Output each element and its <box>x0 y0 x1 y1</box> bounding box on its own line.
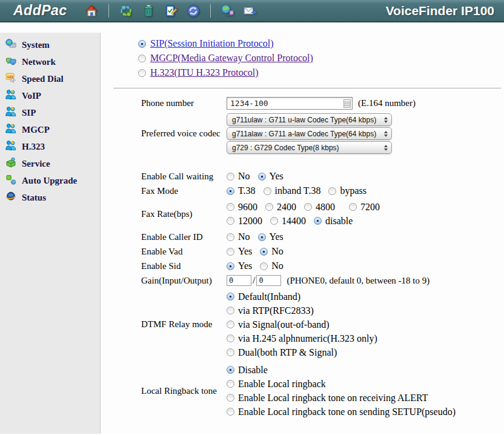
radio-icon <box>227 173 234 181</box>
radio-option-ringback-alert[interactable]: Enable Local ringback tone on receiving … <box>227 391 428 405</box>
radio-option-no[interactable]: No <box>227 231 250 242</box>
radio-icon <box>265 203 273 211</box>
radio-option-inband-t38[interactable]: inband T.38 <box>264 185 321 196</box>
send-icon[interactable] <box>243 4 257 18</box>
radio-icon <box>138 55 146 62</box>
radio-icon <box>138 69 146 77</box>
sidebar-item-label: Auto Upgrade <box>22 176 77 186</box>
radio-option-via-rtp[interactable]: via RTP(RFC2833) <box>227 304 314 317</box>
sidebar-item-label: Service <box>22 159 50 169</box>
trash-icon[interactable] <box>141 4 156 18</box>
sidebar-item-system[interactable]: System <box>0 36 100 53</box>
gain-output-field[interactable] <box>256 275 281 286</box>
mgcp-icon <box>5 123 16 136</box>
radio-icon <box>227 348 234 356</box>
radio-icon <box>349 203 357 211</box>
header-bar: AddPac VoiceFinder IP100 <box>0 0 504 22</box>
phone-number-input[interactable] <box>230 99 343 108</box>
service-icon <box>5 157 16 170</box>
input-menu-icon[interactable] <box>343 99 351 108</box>
radio-icon <box>227 408 234 416</box>
radio-option-bypass[interactable]: bypass <box>328 185 366 196</box>
sidebar-item-service[interactable]: Service <box>0 155 100 172</box>
sidebar-item-auto-upgrade[interactable]: Auto Upgrade <box>0 172 100 189</box>
gain-input-field[interactable] <box>227 275 251 286</box>
protocol-option-h323[interactable]: H.323(ITU H.323 Protocol) <box>138 65 504 80</box>
radio-option-4800[interactable]: 4800 <box>304 202 335 213</box>
home-icon[interactable] <box>84 4 99 18</box>
radio-icon <box>260 248 268 256</box>
radio-icon <box>304 203 312 211</box>
phone-number-label: Phone number <box>141 98 227 108</box>
sidebar-item-speed-dial[interactable]: 123 Speed Dial <box>0 70 100 87</box>
status-icon <box>5 191 16 204</box>
codec-select-2-value: g711alaw : G711 a-law Codec Type(64 kbps… <box>232 130 376 138</box>
refresh-icon[interactable] <box>186 4 201 18</box>
radio-option-yes[interactable]: Yes <box>227 246 252 257</box>
radio-option-12000[interactable]: 12000 <box>227 216 262 227</box>
radio-option-7200[interactable]: 7200 <box>349 202 380 213</box>
radio-icon <box>227 307 234 314</box>
codec-select-2[interactable]: g711alaw : G711 a-law Codec Type(64 kbps… <box>227 127 392 140</box>
auto-upgrade-icon <box>5 174 16 187</box>
select-arrows-icon <box>384 117 388 123</box>
radio-option-no[interactable]: No <box>260 261 284 271</box>
radio-option-no[interactable]: No <box>227 171 250 182</box>
sid-options: Yes No <box>227 261 284 271</box>
protocol-option-sip[interactable]: SIP(Session Initiation Protocol) <box>138 36 504 51</box>
radio-option-2400[interactable]: 2400 <box>265 202 296 213</box>
settings-form: Phone number (E.164 number) Preferred vo… <box>101 97 504 419</box>
protocol-link-h323[interactable]: H.323(ITU H.323 Protocol) <box>150 67 259 78</box>
radio-icon <box>258 233 266 241</box>
protocol-link-mgcp[interactable]: MGCP(Media Gateway Control Protocol) <box>150 53 313 64</box>
phone-number-hint: (E.164 number) <box>358 98 416 108</box>
radio-option-yes[interactable]: Yes <box>258 171 284 182</box>
addpac-logo: AddPac <box>13 2 67 19</box>
protocol-option-mgcp[interactable]: MGCP(Media Gateway Control Protocol) <box>138 51 504 65</box>
toolbar <box>84 4 257 18</box>
radio-option-dual[interactable]: Dual(both RTP & Signal) <box>227 345 337 359</box>
radio-option-9600[interactable]: 9600 <box>227 202 257 213</box>
sidebar-item-voip[interactable]: VoIP <box>0 87 100 104</box>
sidebar-item-h323[interactable]: H.323 <box>0 138 100 155</box>
gain-hint: (PHONE0, default 0, between -18 to 9) <box>287 276 429 286</box>
radio-option-no[interactable]: No <box>260 246 284 257</box>
protocol-link-sip[interactable]: SIP(Session Initiation Protocol) <box>150 38 274 49</box>
radio-option-enable-ringback[interactable]: Enable Local ringback <box>227 377 326 391</box>
tasks-icon[interactable] <box>164 4 178 18</box>
sid-label: Enable Sid <box>141 261 227 271</box>
local-ringback-label: Local Ringback tone <box>141 386 227 396</box>
sip-icon <box>5 106 16 119</box>
gain-separator: / <box>253 275 255 286</box>
radio-option-disable[interactable]: disable <box>314 216 353 227</box>
codec-select-3[interactable]: g729 : G729 Codec Type(8 kbps) <box>227 141 392 154</box>
network-link-icon[interactable] <box>220 4 235 18</box>
sidebar-item-network[interactable]: Network <box>0 53 100 70</box>
gain-row: Gain(Input/Output) / (PHONE0, default 0,… <box>141 275 504 286</box>
radio-icon <box>227 366 234 374</box>
sidebar-item-label: System <box>22 40 50 50</box>
sidebar-item-status[interactable]: Status <box>0 189 100 206</box>
radio-icon <box>264 187 271 195</box>
radio-option-via-signal[interactable]: via Signal(out-of-band) <box>227 317 330 331</box>
fax-mode-label: Fax Mode <box>141 186 227 196</box>
radio-option-ringback-disable[interactable]: Disable <box>227 363 268 377</box>
sidebar-item-label: Speed Dial <box>22 74 64 84</box>
radio-icon <box>227 334 234 342</box>
radio-option-yes[interactable]: Yes <box>258 231 284 242</box>
fax-rate-options: 9600 2400 4800 7200 12000 14400 disable <box>227 200 380 228</box>
radio-icon <box>227 248 234 256</box>
radio-option-ringback-setup[interactable]: Enable Local ringback tone on sending SE… <box>227 405 456 419</box>
sidebar-item-sip[interactable]: SIP <box>0 104 100 121</box>
codec-select-1[interactable]: g711ulaw : G711 u-law Codec Type(64 kbps… <box>227 113 392 126</box>
radio-option-via-h245[interactable]: via H.245 alphnumeric(H.323 only) <box>227 331 377 345</box>
vad-label: Enable Vad <box>141 247 227 257</box>
radio-option-yes[interactable]: Yes <box>227 261 252 271</box>
radio-option-default-inband[interactable]: Default(Inband) <box>227 290 300 304</box>
radio-option-t38[interactable]: T.38 <box>227 185 256 196</box>
sidebar-item-mgcp[interactable]: MGCP <box>0 121 100 138</box>
caller-id-options: No Yes <box>227 231 284 242</box>
voip-icon <box>5 89 16 102</box>
radio-option-14400[interactable]: 14400 <box>270 216 306 227</box>
sync-icon[interactable] <box>119 4 133 18</box>
